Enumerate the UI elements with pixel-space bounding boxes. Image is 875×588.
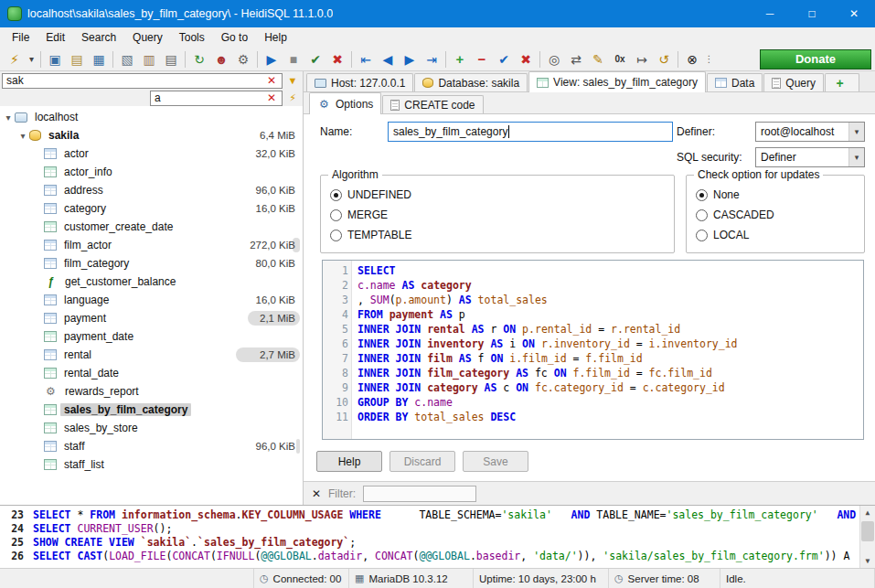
data-filter-input[interactable] — [363, 486, 476, 502]
close-filter-icon[interactable]: ✕ — [312, 487, 328, 500]
tree-item-customer_create_date[interactable]: customer_create_date — [0, 218, 303, 236]
tree-item-language[interactable]: language16,0 KiB — [0, 291, 303, 309]
help-button[interactable]: Help — [316, 451, 382, 472]
menu-item-file[interactable]: File — [4, 28, 37, 47]
menu-item-go-to[interactable]: Go to — [213, 28, 256, 47]
save-code-icon[interactable]: ▦ — [88, 49, 110, 69]
expander-icon[interactable]: ▾ — [2, 112, 15, 123]
preferences-icon[interactable]: ⚙ — [232, 49, 254, 69]
tree-item-rental[interactable]: rental2,7 MiB — [0, 346, 303, 364]
tab-database[interactable]: Database: sakila — [414, 73, 528, 91]
chevron-down-icon[interactable]: ▾ — [848, 148, 864, 166]
reformat-code-icon[interactable]: ↺ — [653, 49, 675, 69]
radio-merge[interactable]: MERGE — [330, 205, 665, 225]
session-list-caret-icon[interactable]: ▾ — [26, 49, 37, 69]
post-changes-icon[interactable]: ✔ — [493, 49, 515, 69]
execute-sql-icon[interactable]: ▶ — [261, 49, 283, 69]
subtab-options[interactable]: ⚙Options — [309, 92, 381, 114]
menu-item-help[interactable]: Help — [256, 28, 295, 47]
save-button[interactable]: Save — [463, 451, 528, 472]
tree-item-address[interactable]: address96,0 KiB — [0, 181, 303, 199]
title-bar[interactable]: localhost\sakila\sales_by_film_category\… — [0, 0, 875, 27]
stop-icon[interactable]: ■ — [283, 49, 304, 69]
sql-security-combo[interactable]: Definer ▾ — [755, 147, 865, 167]
radio-none[interactable]: None — [696, 185, 855, 205]
cancel-operation-icon[interactable]: ⊗ — [681, 49, 703, 69]
tree-item-payment_date[interactable]: payment_date — [0, 327, 303, 346]
nav-previous-icon[interactable]: ◀ — [377, 49, 399, 69]
tree-item-sales_by_store[interactable]: sales_by_store — [0, 419, 303, 437]
tree-item-film_actor[interactable]: film_actor272,0 KiB — [0, 236, 303, 254]
scroll-up-icon[interactable]: ▲ — [860, 506, 875, 519]
menu-item-query[interactable]: Query — [124, 28, 171, 47]
radio-cascaded[interactable]: CASCADED — [696, 205, 855, 225]
session-manager-icon[interactable]: ⚡ — [4, 49, 26, 69]
maximize-button[interactable]: □ — [791, 0, 833, 27]
tab-view[interactable]: View: sales_by_film_category — [528, 71, 706, 92]
sql-editor[interactable]: 1SELECT2c.name AS category3, SUM(p.amoun… — [322, 260, 864, 440]
revert-changes-icon[interactable]: ✖ — [515, 49, 537, 69]
hex-view-icon[interactable]: 0x — [609, 49, 631, 69]
tab-host[interactable]: Host: 127.0.0.1 — [306, 73, 413, 91]
tab-data[interactable]: Data — [707, 73, 763, 91]
copy-icon[interactable]: ▧ — [116, 49, 138, 69]
sql-log-panel[interactable]: 23SELECT * FROM information_schema.KEY_C… — [0, 505, 875, 568]
tab-query[interactable]: Query — [763, 73, 824, 91]
subtab-create-code[interactable]: CREATE code — [382, 95, 483, 113]
overflow-menu-icon[interactable]: ⋮ — [703, 49, 715, 69]
open-sql-file-icon[interactable]: ▤ — [66, 49, 88, 69]
radio-temptable[interactable]: TEMPTABLE — [330, 225, 665, 245]
donate-button[interactable]: Donate — [760, 49, 871, 69]
log-scrollbar[interactable]: ▲ ▼ — [859, 506, 875, 568]
definer-combo[interactable]: root@localhost ▾ — [755, 122, 865, 142]
tree-item-sales_by_film_category[interactable]: sales_by_film_category — [0, 401, 303, 419]
insert-row-icon[interactable]: + — [449, 49, 471, 69]
tree-item-film_category[interactable]: film_category80,0 KiB — [0, 254, 303, 273]
menu-item-tools[interactable]: Tools — [171, 28, 213, 47]
replace-text-icon[interactable]: ⇄ — [565, 49, 587, 69]
tree-item-get_customer_balance[interactable]: ƒget_customer_balance — [0, 273, 303, 291]
discard-button[interactable]: Discard — [389, 451, 455, 472]
edit-highlight-icon[interactable]: ✎ — [587, 49, 609, 69]
chevron-down-icon[interactable]: ▾ — [848, 123, 864, 141]
user-manager-icon[interactable]: ☻ — [210, 49, 232, 69]
expander-icon[interactable]: ▾ — [16, 131, 29, 141]
tree-item-rewards_report[interactable]: ⚙rewards_report — [0, 382, 303, 401]
new-query-tab-icon[interactable]: ▣ — [44, 49, 66, 69]
tree-item-staff_list[interactable]: staff_list — [0, 455, 303, 474]
radio-local[interactable]: LOCAL — [696, 225, 855, 245]
apply-filter-icon[interactable]: ⚡ — [284, 92, 301, 104]
nav-first-icon[interactable]: ⇤ — [355, 49, 377, 69]
menu-item-search[interactable]: Search — [73, 28, 124, 47]
clear-filter-icon[interactable]: ✕ — [265, 74, 278, 87]
delete-row-icon[interactable]: − — [471, 49, 493, 69]
nav-last-icon[interactable]: ⇥ — [421, 49, 443, 69]
tree-item-rental_date[interactable]: rental_date — [0, 364, 303, 382]
radio-undefined[interactable]: UNDEFINED — [330, 185, 665, 205]
cancel-icon[interactable]: ✖ — [326, 49, 348, 69]
close-button[interactable]: ✕ — [833, 0, 875, 27]
menu-item-edit[interactable]: Edit — [37, 28, 73, 47]
export-data-icon[interactable]: ↦ — [631, 49, 653, 69]
view-name-input[interactable]: sales_by_film_category — [388, 122, 673, 142]
filter-input-2[interactable]: a✕ — [150, 91, 283, 106]
tree-item-payment[interactable]: payment2,1 MiB — [0, 309, 303, 327]
tree-item-category[interactable]: category16,0 KiB — [0, 199, 303, 218]
clear-filter-icon[interactable]: ✕ — [265, 91, 278, 104]
refresh-icon[interactable]: ↻ — [188, 49, 210, 69]
filter-input-1[interactable]: sak✕ — [2, 73, 283, 89]
paste-icon[interactable]: ▥ — [138, 49, 160, 69]
print-icon[interactable]: ▤ — [160, 49, 182, 69]
tree-item-actor_info[interactable]: actor_info — [0, 163, 303, 181]
tree-item-staff[interactable]: staff96,0 KiB — [0, 437, 303, 455]
tree-item-localhost[interactable]: ▾localhost — [0, 108, 303, 126]
minimize-button[interactable]: ─ — [749, 0, 791, 27]
tree-item-actor[interactable]: actor32,0 KiB — [0, 144, 303, 163]
apply-icon[interactable]: ✔ — [304, 49, 326, 69]
scroll-down-icon[interactable]: ▼ — [860, 554, 875, 568]
nav-next-icon[interactable]: ▶ — [399, 49, 421, 69]
tab-new-query-tab[interactable]: + — [825, 73, 859, 91]
scrollbar-thumb[interactable] — [861, 521, 874, 541]
find-text-icon[interactable]: ◎ — [543, 49, 565, 69]
table-filter-icon[interactable]: ▼ — [284, 75, 301, 86]
